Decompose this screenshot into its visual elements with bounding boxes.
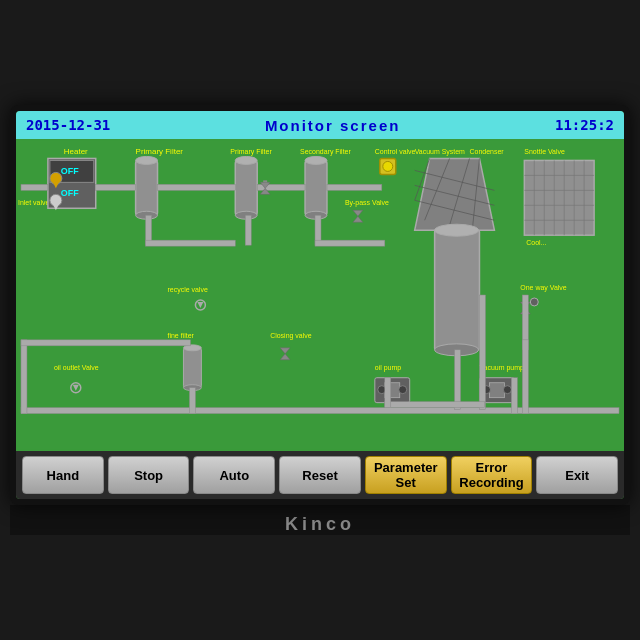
svg-point-84 bbox=[503, 386, 511, 394]
svg-rect-105 bbox=[511, 378, 517, 414]
svg-point-38 bbox=[435, 224, 479, 236]
svg-rect-91 bbox=[146, 240, 236, 246]
svg-text:OFF: OFF bbox=[61, 188, 79, 198]
svg-rect-52 bbox=[96, 184, 136, 190]
svg-rect-92 bbox=[245, 215, 251, 245]
svg-text:Snottle Valve: Snottle Valve bbox=[524, 148, 565, 155]
svg-text:Vacuum pump: Vacuum pump bbox=[479, 364, 524, 372]
svg-text:recycle valve: recycle valve bbox=[168, 286, 208, 294]
svg-point-22 bbox=[235, 156, 257, 164]
hand-button[interactable]: Hand bbox=[22, 456, 104, 494]
svg-marker-29 bbox=[415, 158, 495, 230]
svg-text:One way Valve: One way Valve bbox=[520, 284, 566, 292]
svg-text:oil outlet Valve: oil outlet Valve bbox=[54, 364, 99, 371]
kinco-label: Kinco bbox=[285, 514, 355, 535]
svg-rect-104 bbox=[385, 378, 391, 408]
svg-rect-24 bbox=[305, 160, 327, 215]
svg-point-88 bbox=[530, 298, 538, 306]
svg-text:Control valve: Control valve bbox=[375, 148, 416, 155]
svg-rect-55 bbox=[327, 184, 382, 190]
button-bar: Hand Stop Auto Reset Parameter Set Error… bbox=[16, 451, 624, 499]
header-time: 11:25:2 bbox=[555, 117, 614, 133]
svg-rect-98 bbox=[189, 388, 195, 414]
svg-text:Closing valve: Closing valve bbox=[270, 332, 312, 340]
svg-rect-18 bbox=[136, 160, 158, 215]
svg-text:Cool...: Cool... bbox=[526, 239, 546, 246]
svg-rect-66 bbox=[183, 348, 201, 388]
svg-text:oil pump: oil pump bbox=[375, 364, 401, 372]
svg-rect-103 bbox=[385, 402, 485, 408]
header-title: Monitor screen bbox=[265, 117, 401, 134]
svg-text:Secondary Filter: Secondary Filter bbox=[300, 148, 351, 156]
svg-point-79 bbox=[399, 386, 407, 394]
monitor-screen: 2015-12-31 Monitor screen 11:25:2 Heater… bbox=[16, 111, 624, 499]
svg-rect-102 bbox=[455, 350, 461, 410]
svg-rect-101 bbox=[522, 340, 528, 414]
svg-rect-99 bbox=[479, 295, 485, 410]
svg-rect-95 bbox=[21, 408, 619, 414]
svg-text:fine filter: fine filter bbox=[168, 332, 195, 339]
svg-rect-58 bbox=[263, 180, 267, 182]
svg-rect-53 bbox=[158, 184, 236, 190]
header-date: 2015-12-31 bbox=[26, 117, 110, 133]
main-area: Heater Primary Filter Primary Filter Sec… bbox=[16, 139, 624, 451]
svg-rect-21 bbox=[235, 160, 257, 215]
svg-text:OFF: OFF bbox=[61, 166, 79, 176]
svg-rect-40 bbox=[524, 160, 594, 235]
monitor-outer: 2015-12-31 Monitor screen 11:25:2 Heater… bbox=[10, 105, 630, 505]
svg-text:Primary Filter: Primary Filter bbox=[136, 147, 184, 156]
svg-text:Vacuum System: Vacuum System bbox=[415, 148, 465, 156]
bottom-bar: Kinco bbox=[10, 505, 630, 535]
svg-rect-96 bbox=[21, 340, 27, 414]
svg-text:Inlet valve: Inlet valve bbox=[18, 199, 50, 206]
svg-text:Primary Filter: Primary Filter bbox=[230, 148, 272, 156]
svg-point-25 bbox=[305, 156, 327, 164]
stop-button[interactable]: Stop bbox=[108, 456, 190, 494]
parameter-set-button[interactable]: Parameter Set bbox=[365, 456, 447, 494]
svg-point-28 bbox=[383, 161, 393, 171]
error-recording-button[interactable]: Error Recording bbox=[451, 456, 533, 494]
svg-rect-89 bbox=[21, 184, 48, 190]
svg-text:By-pass Valve: By-pass Valve bbox=[345, 199, 389, 207]
svg-rect-37 bbox=[435, 230, 480, 350]
header-bar: 2015-12-31 Monitor screen 11:25:2 bbox=[16, 111, 624, 139]
svg-text:Heater: Heater bbox=[64, 147, 88, 156]
svg-text:Condenser: Condenser bbox=[470, 148, 505, 155]
svg-rect-94 bbox=[315, 240, 385, 246]
svg-point-19 bbox=[136, 156, 158, 164]
svg-rect-97 bbox=[21, 340, 190, 346]
exit-button[interactable]: Exit bbox=[536, 456, 618, 494]
auto-button[interactable]: Auto bbox=[193, 456, 275, 494]
svg-rect-82 bbox=[489, 383, 504, 398]
reset-button[interactable]: Reset bbox=[279, 456, 361, 494]
